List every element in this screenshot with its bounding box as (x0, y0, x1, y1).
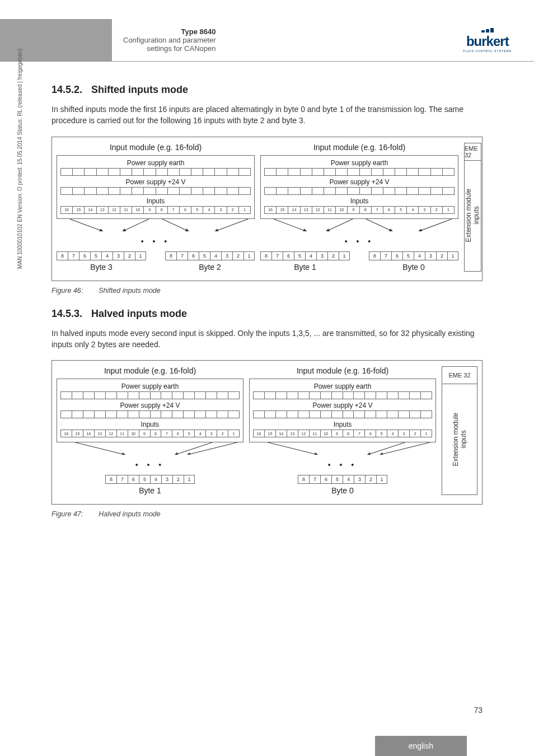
inputs-pins: 16151413121110987654321 (60, 430, 240, 437)
side-extension-label: Extension module inputs (452, 413, 468, 466)
section-1-heading: 14.5.2. Shifted inputs mode (51, 84, 483, 96)
brand-logo: burkert FLUID CONTROL SYSTEMS (463, 28, 512, 53)
earth-label: Power supply earth (314, 382, 372, 390)
doc-subtitle-2: settings for CANopen (123, 44, 216, 53)
svg-line-9 (175, 442, 213, 455)
svg-line-7 (419, 219, 452, 231)
header-titles: Type 8640 Configuration and parameter se… (123, 27, 216, 53)
side-panel-fig47: EME 32 Extension module inputs (442, 366, 477, 495)
logo-bars-icon (481, 28, 494, 32)
inputs-label: Inputs (334, 421, 352, 428)
earth-label: Power supply earth (121, 382, 179, 390)
v24-pins (264, 187, 455, 195)
page-header: Type 8640 Configuration and parameter se… (0, 19, 534, 62)
svg-line-3 (215, 219, 248, 231)
arrow-lines (260, 219, 458, 231)
svg-line-0 (70, 219, 103, 231)
language-tab: english (375, 736, 467, 756)
byte2-pins: 87654321 (165, 251, 255, 260)
module-left-fig47: Input module (e.g. 16-fold) Power supply… (57, 366, 243, 495)
module-title: Input module (e.g. 16-fold) (110, 143, 202, 152)
section-2-paragraph: In halved inputs mode every second input… (51, 328, 483, 351)
byte2-label: Byte 2 (199, 263, 221, 272)
svg-line-2 (162, 219, 189, 231)
svg-line-12 (368, 442, 405, 455)
side-eme32: EME 32 (442, 366, 477, 384)
svg-line-4 (274, 219, 307, 231)
side-extension-label: Extension module inputs (465, 189, 481, 242)
inputs-pins: 16151413121110987654321 (264, 206, 455, 214)
doc-type: Type 8640 (123, 27, 216, 36)
section-2-number: 14.5.3. (51, 308, 82, 320)
side-eme32: EME 32 (464, 143, 481, 161)
section-2-title: Halved inputs mode (91, 308, 187, 320)
svg-line-10 (188, 442, 237, 455)
byte3-pins: 87654321 (57, 251, 146, 260)
logo-subtext: FLUID CONTROL SYSTEMS (463, 49, 512, 53)
ellipsis: • • • (345, 237, 374, 246)
v24-label: Power supply +24 V (329, 178, 389, 186)
earth-pins (60, 168, 251, 176)
byte0-label: Byte 0 (402, 263, 425, 272)
inputs-pins: 16151413121110987654321 (253, 430, 432, 437)
svg-line-5 (326, 219, 353, 231)
byte1-pins: 87654321 (105, 475, 195, 484)
byte1-label: Byte 1 (139, 486, 161, 495)
svg-line-1 (123, 219, 149, 231)
inputs-pins: 16151413121110987654321 (60, 206, 251, 214)
side-panel-fig46: EME 32 Extension module inputs (464, 143, 481, 272)
svg-line-8 (75, 442, 125, 455)
v24-label: Power supply +24 V (312, 402, 372, 409)
earth-pins (60, 391, 240, 399)
logo-text: burkert (466, 34, 509, 49)
earth-label: Power supply earth (331, 159, 388, 167)
module-title: Input module (e.g. 16-fold) (104, 366, 196, 375)
arrow-lines (57, 442, 243, 455)
svg-line-6 (366, 219, 392, 231)
doc-subtitle-1: Configuration and parameter (123, 36, 216, 44)
arrow-lines (57, 219, 255, 231)
page-number: 73 (474, 706, 483, 715)
ellipsis: • • • (141, 237, 170, 246)
section-1-number: 14.5.2. (51, 84, 82, 96)
spine-text: MAN 1000010102 EN Version: O printed: 15… (17, 48, 23, 269)
figure-46-caption: Figure 46: Shifted inputs mode (51, 287, 483, 295)
v24-label: Power supply +24 V (120, 402, 180, 409)
v24-pins (253, 410, 432, 418)
earth-pins (264, 168, 455, 176)
figure-47-diagram: Input module (e.g. 16-fold) Power supply… (51, 360, 483, 505)
ellipsis: • • • (328, 460, 357, 469)
ellipsis: • • • (135, 460, 165, 469)
figure-47-caption: Figure 47: Halved inputs mode (51, 510, 483, 518)
byte1-label: Byte 1 (294, 263, 316, 272)
section-1-paragraph: In shifted inputs mode the first 16 inpu… (51, 104, 483, 127)
section-1-title: Shifted inputs mode (91, 84, 188, 96)
module-right-fig46: Input module (e.g. 16-fold) Power supply… (260, 143, 458, 272)
module-title: Input module (e.g. 16-fold) (313, 143, 405, 152)
figure-46-diagram: Input module (e.g. 16-fold) Power supply… (51, 137, 483, 281)
byte0-pins: 87654321 (369, 251, 458, 260)
byte0-pins: 87654321 (298, 475, 387, 484)
earth-pins (253, 391, 432, 399)
earth-label: Power supply earth (127, 159, 185, 167)
arrow-lines (249, 442, 436, 455)
byte0-label: Byte 0 (331, 486, 354, 495)
v24-pins (60, 187, 251, 195)
v24-label: Power supply +24 V (125, 178, 185, 186)
inputs-label: Inputs (350, 197, 369, 205)
inputs-label: Inputs (147, 197, 165, 205)
module-title: Input module (e.g. 16-fold) (297, 366, 388, 375)
v24-pins (60, 410, 240, 418)
section-2-heading: 14.5.3. Halved inputs mode (51, 308, 483, 320)
module-left-fig46: Input module (e.g. 16-fold) Power supply… (57, 143, 255, 272)
module-right-fig47: Input module (e.g. 16-fold) Power supply… (249, 366, 436, 495)
svg-line-13 (380, 442, 430, 455)
inputs-label: Inputs (141, 421, 160, 428)
svg-line-11 (268, 442, 317, 455)
byte1-pins: 87654321 (260, 251, 350, 260)
byte3-label: Byte 3 (90, 263, 113, 272)
